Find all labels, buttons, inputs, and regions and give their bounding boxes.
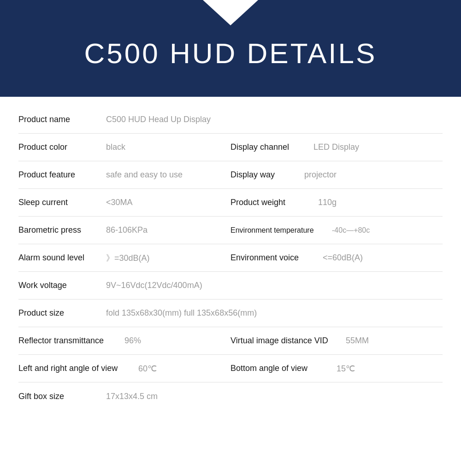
gift-box-full: Gift box size 17x13x4.5 cm (18, 392, 443, 401)
left-right-angle-value: 60℃ (138, 364, 157, 374)
product-name-label: Product name (18, 115, 106, 124)
header-title: C500 HUD DETAILS (84, 37, 377, 70)
display-way-label: Display way (230, 170, 304, 180)
work-voltage-row: Work voltage 9V~16Vdc(12Vdc/400mA) (18, 272, 443, 300)
environment-voice-half: Environment voice <=60dB(A) (230, 253, 443, 263)
display-channel-value: LED Display (313, 142, 359, 152)
display-way-half: Display way projector (230, 170, 443, 180)
sleep-current-half: Sleep current <30MA (18, 198, 230, 207)
vid-label: Virtual image distance VID (230, 336, 346, 346)
work-voltage-full: Work voltage 9V~16Vdc(12Vdc/400mA) (18, 281, 443, 290)
product-name-value: C500 HUD Head Up Display (106, 115, 211, 124)
product-feature-row: Product feature safe and easy to use Dis… (18, 161, 443, 189)
alarm-sound-value: 》=30dB(A) (106, 253, 150, 264)
bottom-angle-value: 15℃ (337, 364, 355, 374)
vid-half: Virtual image distance VID 55MM (230, 336, 443, 346)
sleep-current-label: Sleep current (18, 198, 106, 207)
left-right-angle-half: Left and right angle of view 60℃ (18, 364, 230, 374)
environment-voice-value: <=60dB(A) (323, 253, 363, 263)
reflector-half: Reflector transmittance 96% (18, 336, 230, 346)
product-weight-label: Product weight (230, 198, 318, 207)
display-channel-half: Display channel LED Display (230, 142, 443, 152)
product-feature-label: Product feature (18, 170, 106, 180)
product-feature-half: Product feature safe and easy to use (18, 170, 230, 180)
barometric-half: Barometric press 86-106KPa (18, 225, 230, 235)
alarm-sound-row: Alarm sound level 》=30dB(A) Environment … (18, 244, 443, 272)
product-feature-value: safe and easy to use (106, 170, 183, 180)
product-weight-half: Product weight 110g (230, 198, 443, 207)
alarm-sound-label: Alarm sound level (18, 253, 106, 263)
display-channel-label: Display channel (230, 142, 313, 152)
vid-value: 55MM (346, 336, 369, 346)
product-color-value: black (106, 142, 125, 152)
reflector-label: Reflector transmittance (18, 336, 124, 346)
work-voltage-label: Work voltage (18, 281, 106, 290)
header-section: C500 HUD DETAILS (0, 0, 461, 97)
reflector-row: Reflector transmittance 96% Virtual imag… (18, 327, 443, 355)
bottom-angle-half: Bottom angle of view 15℃ (230, 364, 443, 374)
sleep-current-value: <30MA (106, 198, 133, 207)
gift-box-row: Gift box size 17x13x4.5 cm (18, 382, 443, 410)
alarm-sound-half: Alarm sound level 》=30dB(A) (18, 253, 230, 264)
product-color-label: Product color (18, 142, 106, 152)
environment-voice-label: Environment voice (230, 253, 323, 263)
work-voltage-value: 9V~16Vdc(12Vdc/400mA) (106, 281, 202, 290)
environment-temp-label: Environment temperature (230, 226, 332, 235)
product-name-full: Product name C500 HUD Head Up Display (18, 115, 443, 124)
specs-content: Product name C500 HUD Head Up Display Pr… (0, 97, 461, 424)
display-way-value: projector (304, 170, 337, 180)
bottom-angle-label: Bottom angle of view (230, 364, 337, 373)
barometric-row: Barometric press 86-106KPa Environment t… (18, 217, 443, 244)
product-color-half: Product color black (18, 142, 230, 152)
reflector-value: 96% (124, 336, 141, 346)
angle-row: Left and right angle of view 60℃ Bottom … (18, 355, 443, 382)
product-size-row: Product size fold 135x68x30(mm) full 135… (18, 300, 443, 327)
gift-box-value: 17x13x4.5 cm (106, 392, 158, 401)
product-color-row: Product color black Display channel LED … (18, 134, 443, 161)
product-name-row: Product name C500 HUD Head Up Display (18, 106, 443, 134)
sleep-current-row: Sleep current <30MA Product weight 110g (18, 189, 443, 217)
gift-box-label: Gift box size (18, 392, 106, 401)
product-size-value: fold 135x68x30(mm) full 135x68x56(mm) (106, 308, 257, 318)
environment-temp-half: Environment temperature -40c—+80c (230, 226, 443, 235)
barometric-press-value: 86-106KPa (106, 225, 148, 235)
product-size-full: Product size fold 135x68x30(mm) full 135… (18, 308, 443, 318)
barometric-press-label: Barometric press (18, 225, 106, 235)
product-weight-value: 110g (318, 198, 337, 207)
header-notch (203, 0, 258, 25)
product-size-label: Product size (18, 308, 106, 318)
environment-temp-value: -40c—+80c (332, 226, 370, 235)
left-right-angle-label: Left and right angle of view (18, 364, 138, 373)
